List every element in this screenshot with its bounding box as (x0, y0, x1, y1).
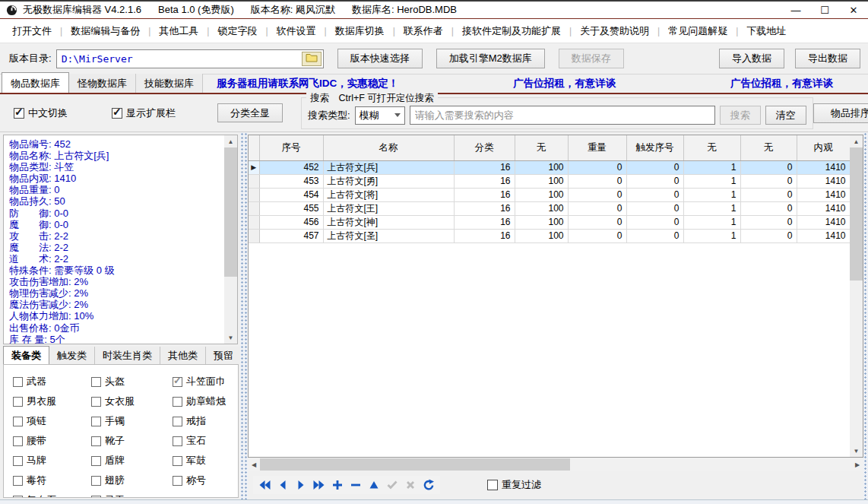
cell[interactable]: 0 (568, 201, 626, 215)
cell[interactable]: 454 (259, 188, 323, 201)
load-m2-db-button[interactable]: 加载引擎M2数据库 (436, 49, 545, 68)
category-tab-4[interactable]: 预留 (206, 347, 242, 364)
column-header-0[interactable] (249, 135, 259, 160)
cell[interactable]: 100 (515, 201, 568, 215)
column-header-2[interactable]: 名称 (323, 135, 454, 160)
scroll-down-icon[interactable]: ▼ (850, 445, 863, 457)
cell[interactable]: 457 (259, 229, 323, 242)
column-header-4[interactable]: 无 (515, 135, 568, 160)
cell[interactable]: 1410 (797, 160, 850, 174)
row-selector-current[interactable]: ▶ (249, 160, 259, 174)
category-checkbox-1[interactable]: 头盔 (91, 375, 173, 388)
category-checkbox-7[interactable]: 手镯 (91, 414, 173, 428)
cell[interactable]: 16 (454, 160, 515, 174)
cell[interactable]: 16 (454, 188, 515, 201)
category-tab-3[interactable]: 其他类 (160, 347, 206, 364)
category-checkbox-2[interactable]: 斗笠面巾 (173, 375, 238, 388)
cell[interactable]: 0 (626, 174, 683, 188)
menu-item-1[interactable]: 数据编辑与备份 (69, 23, 141, 40)
category-tab-0[interactable]: 装备类 (3, 346, 49, 364)
table-row[interactable]: ▶452上古符文[兵]1610000101410 (249, 160, 850, 174)
row-selector[interactable] (249, 229, 259, 242)
row-selector[interactable] (249, 201, 259, 215)
search-input[interactable] (410, 106, 715, 125)
menu-item-7[interactable]: 接软件定制及功能扩展 (461, 23, 562, 40)
chinese-toggle-checkbox[interactable]: 中文切换 (14, 106, 68, 120)
cell[interactable]: 0 (626, 160, 683, 174)
category-checkbox-14[interactable]: 军鼓 (173, 454, 238, 468)
category-checkbox-9[interactable]: 腰带 (13, 434, 91, 448)
post-edit-button[interactable] (385, 477, 400, 493)
column-header-8[interactable]: 无 (740, 135, 797, 160)
close-button[interactable]: ✕ (839, 2, 868, 18)
insert-record-button[interactable] (330, 477, 345, 493)
search-button[interactable]: 搜索 (720, 106, 761, 125)
column-header-1[interactable]: 序号 (259, 135, 323, 160)
cell[interactable]: 16 (454, 229, 515, 242)
cell[interactable]: 上古符文[神] (323, 215, 454, 229)
category-checkbox-12[interactable]: 马牌 (13, 454, 91, 468)
column-header-7[interactable]: 无 (683, 135, 740, 160)
category-checkbox-8[interactable]: 戒指 (173, 414, 238, 428)
cell[interactable]: 0 (568, 174, 626, 188)
scroll-left-icon[interactable]: ◀ (248, 458, 260, 471)
cell[interactable]: 0 (568, 215, 626, 229)
cell[interactable]: 0 (626, 188, 683, 201)
category-checkbox-18[interactable]: 气血石 (13, 493, 91, 498)
db-tab-0[interactable]: 物品数据库 (2, 72, 69, 93)
category-checkbox-17[interactable]: 称号 (173, 474, 238, 487)
item-sort-button[interactable]: 物品排序 (813, 103, 868, 123)
cell[interactable]: 0 (626, 201, 683, 215)
menu-item-5[interactable]: 数据库切换 (334, 23, 386, 40)
version-dir-input[interactable]: D:\MirServer (56, 49, 324, 68)
scroll-up-icon[interactable]: ▲ (224, 135, 237, 147)
menu-item-4[interactable]: 软件设置 (275, 23, 318, 40)
scroll-thumb[interactable] (850, 147, 863, 281)
maximize-button[interactable]: ☐ (810, 2, 839, 18)
cell[interactable]: 上古符文[兵] (323, 160, 454, 174)
scroll-right-icon[interactable]: ▶ (851, 458, 863, 471)
refresh-data-button[interactable] (421, 477, 436, 493)
menu-item-3[interactable]: 锁定字段 (216, 23, 258, 40)
table-row[interactable]: 457上古符文[圣]1610000101410 (249, 229, 850, 242)
cell[interactable]: 0 (740, 215, 797, 229)
column-header-9[interactable]: 内观 (797, 135, 850, 160)
table-row[interactable]: 453上古符文[勇]1610000101410 (249, 174, 850, 188)
cell[interactable]: 1 (683, 160, 740, 174)
row-selector[interactable] (249, 188, 259, 201)
next-record-button[interactable] (293, 477, 309, 493)
cell[interactable]: 100 (515, 174, 568, 188)
show-extended-checkbox[interactable]: 显示扩展栏 (112, 106, 176, 120)
category-checkbox-4[interactable]: 女衣服 (91, 395, 173, 408)
cell[interactable]: 1410 (797, 188, 850, 201)
cell[interactable]: 1410 (797, 229, 850, 242)
category-checkbox-10[interactable]: 靴子 (91, 434, 173, 448)
cell[interactable]: 100 (515, 188, 568, 201)
category-checkbox-0[interactable]: 武器 (13, 375, 91, 388)
cell[interactable]: 1410 (797, 215, 850, 229)
cell[interactable]: 0 (740, 188, 797, 201)
category-checkbox-13[interactable]: 盾牌 (91, 454, 173, 468)
cell[interactable]: 0 (568, 188, 626, 201)
export-data-button[interactable]: 导出数据 (795, 49, 860, 68)
menu-item-8[interactable]: 关于及赞助说明 (578, 23, 651, 40)
last-record-button[interactable] (312, 477, 327, 493)
row-selector[interactable] (249, 215, 259, 229)
cell[interactable]: 455 (259, 201, 323, 215)
db-tab-1[interactable]: 怪物数据库 (69, 74, 136, 93)
scroll-up-icon[interactable]: ▲ (850, 135, 863, 147)
cell[interactable]: 1410 (797, 201, 850, 215)
menu-item-0[interactable]: 打开文件 (11, 23, 53, 40)
save-data-button[interactable]: 数据保存 (559, 49, 624, 68)
cell[interactable]: 16 (454, 215, 515, 229)
cell[interactable]: 1 (683, 215, 740, 229)
table-row[interactable]: 454上古符文[将]1610000101410 (249, 188, 850, 201)
cell[interactable]: 456 (259, 215, 323, 229)
category-tab-2[interactable]: 时装生肖类 (95, 347, 160, 364)
menu-item-10[interactable]: 下载地址 (745, 23, 787, 40)
clear-button[interactable]: 清空 (765, 106, 806, 125)
category-checkbox-11[interactable]: 宝石 (173, 434, 238, 448)
search-type-select[interactable]: 模糊 (355, 106, 405, 125)
cell[interactable]: 0 (568, 229, 626, 242)
category-checkbox-5[interactable]: 勋章蜡烛 (173, 395, 238, 408)
